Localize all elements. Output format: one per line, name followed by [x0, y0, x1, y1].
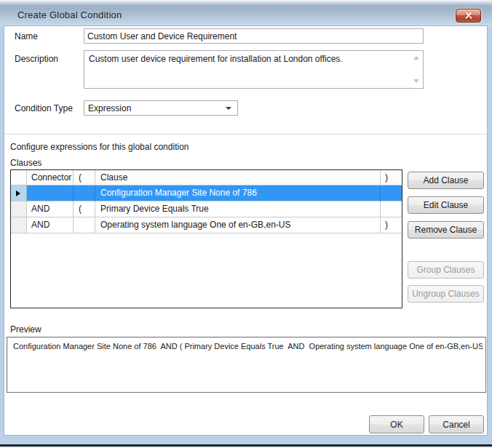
clauses-table-header: Connector ( Clause ) — [11, 170, 402, 185]
clauses-table: Connector ( Clause ) Configuration Manag… — [10, 169, 402, 308]
clause-row-selected[interactable]: Configuration Manager Site None of 786 — [11, 185, 402, 201]
clause-open-paren: ( — [74, 201, 95, 217]
cancel-button[interactable]: Cancel — [429, 415, 484, 433]
row-selector-cell[interactable] — [11, 217, 27, 233]
configure-expressions-label: Configure expressions for this global co… — [10, 142, 189, 152]
name-label: Name — [15, 31, 38, 41]
clause-close-paren: ) — [381, 217, 402, 233]
description-input[interactable]: Custom user device requirement for insta… — [84, 50, 424, 89]
clause-text: Operating system language One of en-GB,e… — [95, 217, 381, 233]
column-header-connector[interactable]: Connector — [27, 170, 74, 185]
ungroup-clauses-button[interactable]: Ungroup Clauses — [408, 285, 484, 303]
scroll-up-icon[interactable] — [413, 56, 419, 60]
remove-clause-button[interactable]: Remove Clause — [408, 221, 484, 239]
close-button[interactable] — [456, 9, 481, 23]
clause-row[interactable]: AND ( Primary Device Equals True — [11, 201, 402, 217]
preview-box: Configuration Manager Site None of 786 A… — [7, 337, 486, 393]
titlebar[interactable]: Create Global Condition — [0, 0, 492, 26]
description-label: Description — [15, 54, 58, 64]
preview-label: Preview — [10, 324, 41, 335]
clauses-label: Clauses — [10, 158, 41, 168]
add-clause-button[interactable]: Add Clause — [408, 172, 484, 189]
dropdown-arrow-icon — [226, 107, 231, 110]
clause-connector: AND — [27, 217, 74, 233]
close-icon — [464, 12, 472, 20]
ok-button[interactable]: OK — [369, 415, 424, 433]
description-value: Custom user device requirement for insta… — [89, 54, 408, 65]
column-header-open-paren[interactable]: ( — [74, 170, 95, 185]
column-header-selector — [11, 170, 27, 185]
row-selector-cell[interactable] — [11, 185, 27, 201]
section-divider — [4, 134, 487, 135]
clause-text: Configuration Manager Site None of 786 — [95, 185, 381, 201]
clause-open-paren — [74, 185, 95, 201]
clause-connector: AND — [27, 201, 74, 217]
dialog-title: Create Global Condition — [17, 9, 122, 20]
clause-open-paren — [74, 217, 95, 233]
column-header-close-paren[interactable]: ) — [381, 170, 402, 185]
edit-clause-button[interactable]: Edit Clause — [408, 196, 484, 214]
condition-type-value: Expression — [88, 103, 131, 113]
preview-text: Configuration Manager Site None of 786 A… — [13, 342, 483, 351]
scroll-down-icon[interactable] — [413, 79, 419, 83]
group-clauses-button[interactable]: Group Clauses — [408, 261, 484, 279]
condition-type-select[interactable]: Expression — [84, 100, 238, 116]
clause-text: Primary Device Equals True — [95, 201, 381, 217]
row-selector-cell[interactable] — [11, 201, 27, 217]
condition-type-label: Condition Type — [15, 103, 73, 113]
clause-close-paren — [381, 201, 402, 217]
create-global-condition-dialog: Create Global Condition Name Description… — [0, 0, 492, 448]
current-row-icon — [16, 191, 20, 196]
name-input[interactable] — [84, 28, 424, 44]
clause-row[interactable]: AND Operating system language One of en-… — [11, 217, 402, 233]
column-header-clause[interactable]: Clause — [95, 170, 381, 185]
clause-connector — [27, 185, 74, 201]
clause-close-paren — [381, 185, 402, 201]
